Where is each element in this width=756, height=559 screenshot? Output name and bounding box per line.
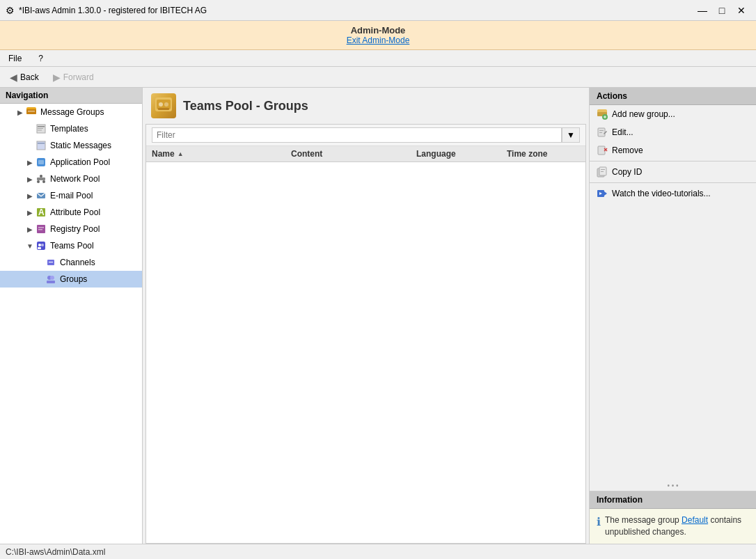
actions-panel: Actions Add new group... [589, 88, 756, 544]
toggle-icon [35, 276, 45, 283]
sidebar-item-registry-pool[interactable]: ▶ Registry Pool [0, 221, 142, 237]
svg-rect-19 [38, 227, 44, 228]
templates-icon [35, 123, 47, 135]
info-icon: ℹ [597, 515, 601, 528]
svg-rect-11 [37, 178, 45, 180]
svg-text:A: A [38, 207, 45, 217]
teams-pool-icon [35, 239, 47, 252]
network-pool-icon [35, 173, 47, 185]
actions-spacer [590, 203, 756, 480]
filter-input[interactable] [152, 127, 562, 143]
sidebar-item-teams-pool[interactable]: ▼ Teams Pool [0, 237, 142, 254]
content-header: Teams Pool - Groups [143, 88, 589, 124]
edit-icon [597, 127, 608, 138]
back-button[interactable]: ◀ Back [4, 70, 45, 84]
help-menu[interactable]: ? [34, 52, 47, 65]
sidebar-label-groups: Groups [60, 274, 87, 284]
svg-rect-39 [605, 116, 606, 118]
sidebar-item-application-pool[interactable]: ▶ Application Pool [0, 154, 142, 171]
toggle-icon: ▶ [25, 175, 35, 183]
svg-rect-10 [38, 160, 44, 164]
exit-admin-mode-link[interactable]: Exit Admin-Mode [347, 36, 410, 45]
sidebar-item-templates[interactable]: Templates [0, 120, 142, 137]
edit-action[interactable]: Edit... [590, 123, 756, 141]
svg-rect-34 [158, 108, 169, 110]
forward-label: Forward [63, 72, 94, 82]
actions-header: Actions [590, 88, 756, 105]
sidebar-label-templates: Templates [50, 124, 88, 134]
menu-bar: File ? [0, 50, 756, 67]
svg-point-33 [164, 102, 168, 107]
svg-rect-24 [38, 247, 41, 249]
add-icon [597, 109, 608, 120]
email-pool-icon [35, 189, 47, 202]
svg-rect-43 [598, 146, 605, 155]
info-text: The message group Default contains unpub… [605, 514, 749, 538]
registry-pool-icon [35, 223, 47, 235]
toggle-icon [35, 259, 45, 267]
minimize-button[interactable]: — [693, 3, 711, 18]
svg-rect-2 [28, 111, 35, 112]
copy-id-icon [597, 166, 608, 178]
svg-rect-20 [38, 229, 42, 230]
information-header: Information [590, 491, 756, 509]
toggle-icon: ▶ [15, 109, 25, 116]
svg-rect-49 [601, 171, 604, 172]
add-new-group-action[interactable]: Add new group... [590, 105, 756, 123]
toggle-icon: ▶ [25, 159, 35, 166]
video-tutorials-action[interactable]: Watch the video-tutorials... [590, 184, 756, 203]
add-new-group-label: Add new group... [612, 109, 675, 119]
info-text-before: The message group [605, 515, 682, 525]
sidebar-item-email-pool[interactable]: ▶ E-mail Pool [0, 187, 142, 204]
application-pool-icon [35, 156, 47, 168]
filter-icon: ▼ [567, 130, 575, 140]
status-path: C:\IBI-aws\Admin\Data.xml [6, 547, 105, 557]
svg-rect-41 [599, 130, 604, 131]
svg-rect-5 [38, 128, 43, 129]
sort-icon[interactable]: ▲ [178, 150, 184, 157]
sidebar-item-attribute-pool[interactable]: ▶ A Attribute Pool [0, 204, 142, 221]
sidebar-item-message-groups[interactable]: ▶ Message Groups [0, 104, 142, 120]
admin-mode-title: Admin-Mode [4, 25, 752, 36]
channels-icon [45, 256, 57, 269]
svg-marker-51 [604, 191, 607, 196]
video-tutorials-label: Watch the video-tutorials... [612, 189, 711, 198]
main-layout: Navigation ▶ Message Groups Templates St… [0, 88, 756, 544]
toggle-icon [25, 142, 35, 150]
svg-point-14 [42, 180, 45, 183]
sidebar-item-groups[interactable]: Groups [0, 271, 142, 288]
svg-rect-29 [47, 281, 55, 283]
information-content: ℹ The message group Default contains unp… [590, 509, 756, 544]
copy-id-label: Copy ID [612, 167, 642, 177]
attribute-pool-icon: A [35, 206, 47, 219]
maximize-button[interactable]: □ [713, 3, 731, 18]
toolbar: ◀ Back ▶ Forward [0, 67, 756, 88]
toggle-icon: ▶ [25, 226, 35, 233]
status-bar: C:\IBI-aws\Admin\Data.xml [0, 544, 756, 559]
filter-button[interactable]: ▼ [562, 127, 580, 143]
svg-rect-26 [49, 262, 53, 262]
sidebar-item-network-pool[interactable]: ▶ Network Pool [0, 171, 142, 187]
copy-id-action[interactable]: Copy ID [590, 163, 756, 181]
col-name-label: Name [152, 149, 175, 159]
svg-rect-6 [38, 130, 42, 131]
page-icon [151, 93, 176, 118]
toggle-icon [25, 125, 35, 133]
svg-point-23 [41, 244, 44, 246]
sidebar-label-registry-pool: Registry Pool [50, 224, 100, 234]
page-title: Teams Pool - Groups [183, 99, 308, 113]
sidebar-item-static-messages[interactable]: Static Messages [0, 137, 142, 154]
default-link[interactable]: Default [682, 515, 708, 525]
sidebar-label-message-groups: Message Groups [40, 107, 104, 117]
forward-button[interactable]: ▶ Forward [47, 70, 100, 84]
sidebar-item-channels[interactable]: Channels [0, 254, 142, 271]
toggle-icon: ▶ [25, 192, 35, 200]
file-menu[interactable]: File [4, 52, 26, 65]
video-icon [597, 188, 608, 199]
close-button[interactable]: ✕ [732, 3, 750, 18]
groups-icon [45, 273, 57, 285]
sidebar-label-email-pool: E-mail Pool [50, 191, 93, 200]
remove-action[interactable]: Remove [590, 141, 756, 159]
sidebar-label-channels: Channels [60, 258, 95, 267]
svg-point-13 [37, 180, 40, 183]
